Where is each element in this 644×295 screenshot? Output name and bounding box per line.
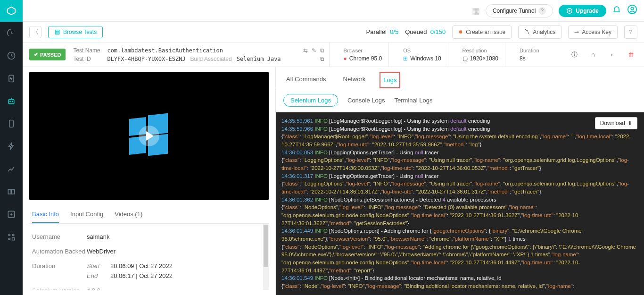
automation-value: WebDriver [87,248,116,255]
automation-icon[interactable] [0,90,23,112]
topbar: ▦ Configure Tunnel? Upgrade [23,0,644,22]
left-nav [0,0,23,295]
configure-tunnel-button[interactable]: Configure Tunnel? [486,4,553,17]
dashboard-icon[interactable] [0,22,23,44]
tab-network[interactable]: Network [340,72,369,88]
log-console[interactable]: Download ⬇ 14:35:59.961 INFO [LogManager… [276,112,644,295]
svg-rect-7 [8,189,11,194]
os-value: ⊞Windows 10 [403,55,441,62]
headset-icon[interactable]: ∩ [586,48,600,61]
status-badge: ✔ PASSED [29,49,66,60]
views-icon[interactable] [0,180,23,203]
edit-icon[interactable]: ✎ [312,47,316,54]
start-time: 20:06:09 | Oct 27 2022 [110,262,173,270]
add-icon[interactable] [0,203,23,226]
info-icon[interactable]: ⓘ [568,48,581,61]
test-name-value: com.lambdatest.BasicAuthentication [107,47,223,54]
tab-all-commands[interactable]: All Commands [283,72,329,88]
tab-console-logs[interactable]: Console Logs [347,94,385,106]
svg-rect-19 [55,33,59,34]
svg-point-12 [8,238,10,240]
svg-point-16 [631,7,634,10]
create-issue-button[interactable]: ✹Create an issue [452,25,512,39]
video-player[interactable] [29,72,269,200]
copy-id-icon[interactable]: ⧉ [320,56,324,62]
subbar: 〈 Browse Tests Parallel 0/5 Queued 0/150… [23,22,644,42]
browser-value: ●Chrome 95.0 [344,55,382,62]
svg-rect-8 [12,189,15,194]
duration-value: 8s [520,55,550,62]
upgrade-button[interactable]: Upgrade [559,5,606,17]
help-icon: ? [538,7,546,15]
svg-point-4 [10,101,11,102]
tab-selenium-logs[interactable]: Selenium Logs [283,94,338,107]
device-icon[interactable] [0,112,23,135]
profile-icon[interactable] [627,4,637,17]
svg-rect-18 [55,32,59,33]
test-meta-row: ✔ PASSED Test Name com.lambdatest.BasicA… [23,42,644,67]
tab-logs[interactable]: Logs [380,72,400,88]
svg-point-10 [8,234,10,236]
scrollbar[interactable] [263,224,269,290]
bolt-icon[interactable] [0,135,23,158]
resolution-value: ▢ 1920×1080 [462,55,498,62]
battery-icon[interactable] [0,67,23,90]
back-button[interactable]: 〈 [29,26,41,38]
svg-rect-13 [12,238,15,240]
selenium-java: Selenium Java [237,56,281,62]
share-icon[interactable]: ‹ [605,48,619,61]
svg-rect-17 [55,30,59,31]
test-id-value: DLYFX-4HBQP-YUXOX-ESZNJ [107,56,185,62]
end-time: 20:06:17 | Oct 27 2022 [110,272,173,279]
browse-tests-button[interactable]: Browse Tests [48,26,103,38]
test-id-label: Test ID [73,56,102,62]
right-pane: All Commands Network Logs Selenium Logs … [275,67,644,295]
brand-logo[interactable] [0,0,23,22]
download-button[interactable]: Download ⬇ [595,117,637,129]
apps-icon[interactable] [0,226,23,248]
svg-marker-0 [8,7,16,15]
copy-icon[interactable]: ⧉ [320,47,324,54]
tab-terminal-logs[interactable]: Terminal Logs [395,94,433,106]
svg-point-11 [13,234,14,236]
access-key-button[interactable]: ⊸Access Key [568,25,618,39]
tab-videos[interactable]: Videos (1) [115,206,142,223]
info-tabs: Basic Info Input Config Videos (1) [29,206,269,224]
queued-count: Queued 0/150 [405,28,446,35]
tab-input-config[interactable]: Input Config [70,206,103,223]
test-name-label: Test Name [73,47,102,54]
settings-icon[interactable]: ⇆ [303,47,308,54]
parallel-count: Parallel 0/5 [366,28,399,35]
svg-rect-6 [9,120,13,127]
svg-point-5 [12,101,13,102]
username-value: salmank [87,233,109,240]
build-assoc-label: Build Associated [190,56,232,62]
help-button[interactable]: ? [624,25,637,39]
bell-icon[interactable] [612,5,621,17]
delete-icon[interactable]: 🗑 [624,48,637,61]
analytics-button[interactable]: 〽Analytics [518,25,561,39]
analytics-icon[interactable] [0,158,23,180]
history-icon[interactable] [0,44,23,67]
tab-basic-info[interactable]: Basic Info [32,206,59,223]
play-icon[interactable] [139,126,159,146]
grid-icon[interactable]: ▦ [472,6,480,16]
left-pane: Basic Info Input Config Videos (1) Usern… [23,67,275,295]
